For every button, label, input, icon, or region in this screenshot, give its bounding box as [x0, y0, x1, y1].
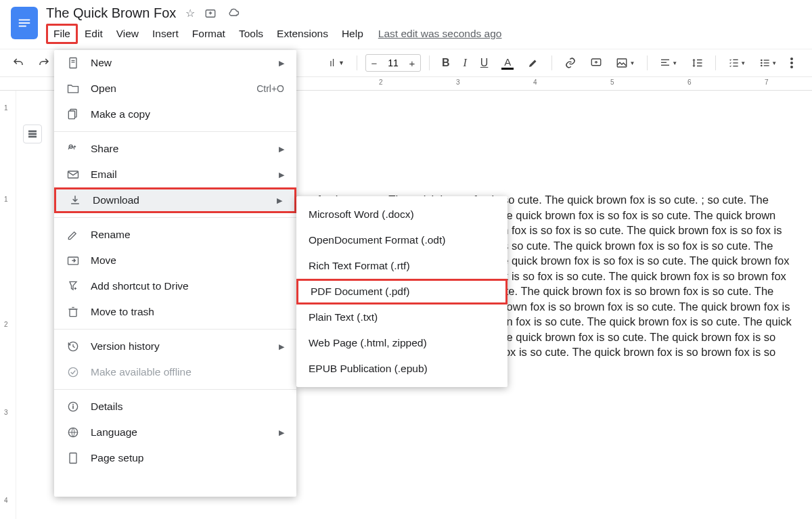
menu-file[interactable]: File — [46, 24, 78, 44]
font-size-decrease[interactable]: − — [366, 55, 382, 71]
link-button[interactable] — [560, 54, 581, 72]
file-menu-make-a-copy[interactable]: Make a copy — [54, 101, 296, 127]
redo-button[interactable] — [34, 54, 54, 72]
download-pdf-document-pdf-[interactable]: PDF Document (.pdf) — [296, 279, 508, 304]
menu-edit[interactable]: Edit — [78, 24, 110, 44]
text-color-button[interactable]: A — [497, 53, 518, 72]
shortcut-icon — [66, 279, 80, 293]
vruler-mark: 4 — [4, 497, 8, 504]
file-menu-add-shortcut-to-drive[interactable]: Add shortcut to Drive — [54, 273, 296, 299]
menu-item-label: New — [91, 57, 268, 69]
svg-rect-14 — [697, 66, 702, 67]
menu-help[interactable]: Help — [335, 24, 370, 44]
file-menu-download[interactable]: Download▶ — [54, 187, 296, 213]
download-epub-publication-epub-[interactable]: EPUB Publication (.epub) — [296, 356, 508, 382]
menu-item-label: Make a copy — [91, 108, 284, 120]
star-icon[interactable]: ☆ — [185, 7, 195, 20]
font-size-stepper[interactable]: − + — [365, 54, 421, 72]
menu-insert[interactable]: Insert — [145, 24, 185, 44]
svg-rect-16 — [734, 62, 738, 63]
download-web-page-html-zipped-[interactable]: Web Page (.html, zipped) — [296, 330, 508, 356]
app-header: The Quick Brown Fox ☆ FileEditViewInsert… — [0, 0, 812, 49]
menubar: FileEditViewInsertFormatToolsExtensionsH… — [46, 24, 801, 44]
file-menu-move-to-trash[interactable]: Move to trash — [54, 299, 296, 325]
svg-rect-45 — [72, 405, 74, 409]
font-size-input[interactable] — [382, 58, 404, 68]
file-menu-move[interactable]: Move — [54, 248, 296, 273]
file-menu-details[interactable]: Details — [54, 394, 296, 420]
ruler-mark: 2 — [379, 78, 383, 86]
submenu-arrow-icon: ▶ — [279, 428, 284, 437]
folder-icon — [66, 82, 80, 95]
more-options-icon[interactable] — [786, 55, 797, 71]
svg-rect-46 — [72, 404, 74, 405]
svg-rect-23 — [764, 65, 769, 66]
file-menu-share[interactable]: Share▶ — [54, 136, 296, 162]
file-menu-email[interactable]: Email▶ — [54, 162, 296, 187]
menu-format[interactable]: Format — [185, 24, 232, 44]
download-rich-text-format-rtf-[interactable]: Rich Text Format (.rtf) — [296, 253, 508, 279]
bold-button[interactable]: B — [438, 54, 454, 72]
svg-rect-31 — [29, 136, 31, 137]
outline-toggle[interactable] — [23, 125, 42, 143]
submenu-arrow-icon: ▶ — [279, 342, 284, 351]
kb-shortcut: Ctrl+O — [256, 83, 284, 94]
align-button[interactable]: ▼ — [656, 55, 681, 71]
svg-rect-15 — [734, 60, 738, 60]
bullet-list-button[interactable]: ▼ — [755, 55, 781, 71]
svg-rect-28 — [32, 131, 37, 131]
file-menu-page-setup[interactable]: Page setup — [54, 445, 296, 471]
svg-rect-12 — [697, 60, 702, 61]
svg-rect-48 — [70, 453, 76, 464]
file-menu-new[interactable]: New▶ — [54, 50, 296, 76]
history-icon — [66, 340, 80, 353]
download-plain-text-txt-[interactable]: Plain Text (.txt) — [296, 304, 508, 330]
menu-view[interactable]: View — [110, 24, 145, 44]
copy-icon — [66, 108, 80, 121]
vertical-ruler[interactable]: 11234 — [0, 91, 16, 519]
move-to-drive-icon[interactable] — [204, 7, 217, 20]
menu-item-label: Page setup — [91, 452, 284, 464]
document-title[interactable]: The Quick Brown Fox — [46, 5, 176, 21]
highlight-button[interactable] — [523, 54, 543, 72]
font-select[interactable]: ıl ▼ — [325, 58, 348, 68]
svg-rect-30 — [32, 133, 37, 134]
doc-icon — [66, 56, 80, 70]
file-menu-version-history[interactable]: Version history▶ — [54, 334, 296, 359]
image-button[interactable]: ▼ — [612, 54, 639, 72]
svg-rect-35 — [72, 62, 75, 62]
file-menu-language[interactable]: Language▶ — [54, 420, 296, 445]
cloud-status-icon[interactable] — [226, 7, 241, 20]
menu-item-label: Language — [91, 426, 268, 438]
vruler-mark: 1 — [4, 196, 8, 203]
comment-button[interactable] — [586, 54, 606, 72]
menu-extensions[interactable]: Extensions — [270, 24, 335, 44]
menu-tools[interactable]: Tools — [232, 24, 270, 44]
file-menu-open[interactable]: OpenCtrl+O — [54, 76, 296, 101]
docs-logo[interactable] — [11, 7, 38, 39]
last-edit-link[interactable]: Last edit was seconds ago — [370, 24, 510, 44]
menu-item-label: Move — [91, 254, 284, 267]
menu-item-label: Rename — [91, 229, 284, 241]
italic-button[interactable]: I — [459, 54, 470, 72]
undo-button[interactable] — [8, 54, 28, 72]
svg-rect-32 — [32, 136, 37, 137]
download-microsoft-word-docx-[interactable]: Microsoft Word (.docx) — [296, 202, 508, 227]
line-spacing-button[interactable] — [687, 54, 707, 72]
svg-point-26 — [790, 66, 793, 68]
download-submenu: Microsoft Word (.docx)OpenDocument Forma… — [296, 196, 508, 387]
globe-icon — [66, 426, 80, 439]
svg-rect-1 — [19, 22, 30, 24]
vruler-mark: 2 — [4, 321, 8, 328]
underline-button[interactable]: U — [476, 54, 493, 72]
info-icon — [66, 400, 80, 413]
rename-icon — [66, 228, 80, 242]
file-menu-rename[interactable]: Rename — [54, 222, 296, 248]
submenu-arrow-icon: ▶ — [279, 171, 284, 179]
checklist-button[interactable]: ▼ — [724, 55, 750, 71]
svg-rect-13 — [697, 62, 702, 64]
font-size-increase[interactable]: + — [404, 55, 420, 71]
menu-item-label: Add shortcut to Drive — [91, 280, 284, 292]
download-opendocument-format-odt-[interactable]: OpenDocument Format (.odt) — [296, 227, 508, 253]
trash-icon — [66, 305, 80, 319]
